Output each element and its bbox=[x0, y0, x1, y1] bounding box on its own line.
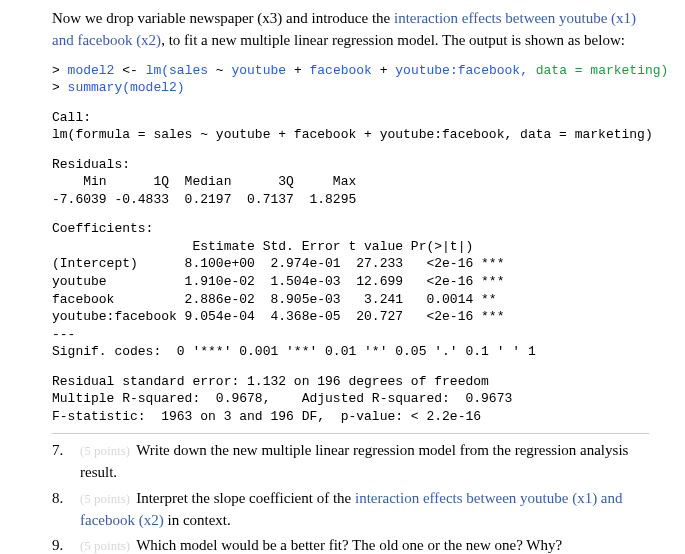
cmd-lm: lm(sales bbox=[146, 63, 216, 78]
intro-text-1: Now we drop variable newspaper (x3) and … bbox=[52, 10, 394, 26]
question-number: 7. bbox=[52, 440, 80, 484]
question-number: 9. bbox=[52, 535, 80, 554]
resid-header: Min 1Q Median 3Q Max bbox=[52, 174, 356, 189]
cmd-plus2: + bbox=[380, 63, 396, 78]
resid-label: Residuals: bbox=[52, 157, 130, 172]
prompt: > bbox=[52, 63, 68, 78]
residuals-block: Residuals: Min 1Q Median 3Q Max -7.6039 … bbox=[52, 156, 649, 209]
question-number: 8. bbox=[52, 488, 80, 532]
question-body: Which model would be a better fit? The o… bbox=[136, 537, 562, 553]
cmd-facebook: facebook bbox=[309, 63, 379, 78]
coefficients-block: Coefficients: Estimate Std. Error t valu… bbox=[52, 220, 649, 360]
call-text: lm(formula = sales ~ youtube + facebook … bbox=[52, 127, 653, 142]
question-text: (5 points)Interpret the slope coefficien… bbox=[80, 488, 649, 532]
model-stats-block: Residual standard error: 1.132 on 196 de… bbox=[52, 373, 649, 426]
intro-paragraph: Now we drop variable newspaper (x3) and … bbox=[52, 8, 649, 52]
question-text: (5 points)Write down the new multiple li… bbox=[80, 440, 649, 484]
question-8: 8. (5 points)Interpret the slope coeffic… bbox=[52, 488, 649, 532]
question-body: Write down the new multiple linear regre… bbox=[80, 442, 628, 480]
r-command-block: > model2 <- lm(sales ~ youtube + faceboo… bbox=[52, 62, 649, 97]
cmd-youtube: youtube bbox=[231, 63, 293, 78]
question-body-post: in context. bbox=[164, 512, 231, 528]
rse-line: Residual standard error: 1.132 on 196 de… bbox=[52, 374, 489, 389]
coef-row: youtube:facebook 9.054e-04 4.368e-05 20.… bbox=[52, 309, 504, 324]
question-points: (5 points) bbox=[80, 443, 130, 458]
cmd-tilde: ~ bbox=[216, 63, 232, 78]
fstat-line: F-statistic: 1963 on 3 and 196 DF, p-val… bbox=[52, 409, 481, 424]
cmd-interaction: youtube:facebook, bbox=[395, 63, 535, 78]
dashes: --- bbox=[52, 327, 75, 342]
coef-label: Coefficients: bbox=[52, 221, 153, 236]
cmd-data-arg: data = marketing) bbox=[536, 63, 669, 78]
intro-text-2: , to fit a new multiple linear regressio… bbox=[161, 32, 625, 48]
signif-codes: Signif. codes: 0 '***' 0.001 '**' 0.01 '… bbox=[52, 344, 536, 359]
call-block: Call: lm(formula = sales ~ youtube + fac… bbox=[52, 109, 649, 144]
coef-header: Estimate Std. Error t value Pr(>|t|) bbox=[52, 239, 473, 254]
r2-line: Multiple R-squared: 0.9678, Adjusted R-s… bbox=[52, 391, 512, 406]
questions-block: 7. (5 points)Write down the new multiple… bbox=[52, 433, 649, 554]
question-points: (5 points) bbox=[80, 538, 130, 553]
question-9: 9. (5 points)Which model would be a bett… bbox=[52, 535, 649, 554]
coef-row: youtube 1.910e-02 1.504e-03 12.699 <2e-1… bbox=[52, 274, 504, 289]
question-body-pre: Interpret the slope coefficient of the bbox=[136, 490, 355, 506]
cmd-model2: model2 bbox=[68, 63, 123, 78]
call-label: Call: bbox=[52, 110, 91, 125]
question-text: (5 points)Which model would be a better … bbox=[80, 535, 649, 554]
prompt2: > bbox=[52, 80, 68, 95]
coef-row: facebook 2.886e-02 8.905e-03 3.241 0.001… bbox=[52, 292, 497, 307]
question-points: (5 points) bbox=[80, 491, 130, 506]
cmd-summary: summary(model2) bbox=[68, 80, 185, 95]
cmd-plus1: + bbox=[294, 63, 310, 78]
cmd-assign: <- bbox=[122, 63, 145, 78]
question-7: 7. (5 points)Write down the new multiple… bbox=[52, 440, 649, 484]
resid-values: -7.6039 -0.4833 0.2197 0.7137 1.8295 bbox=[52, 192, 356, 207]
coef-row: (Intercept) 8.100e+00 2.974e-01 27.233 <… bbox=[52, 256, 504, 271]
